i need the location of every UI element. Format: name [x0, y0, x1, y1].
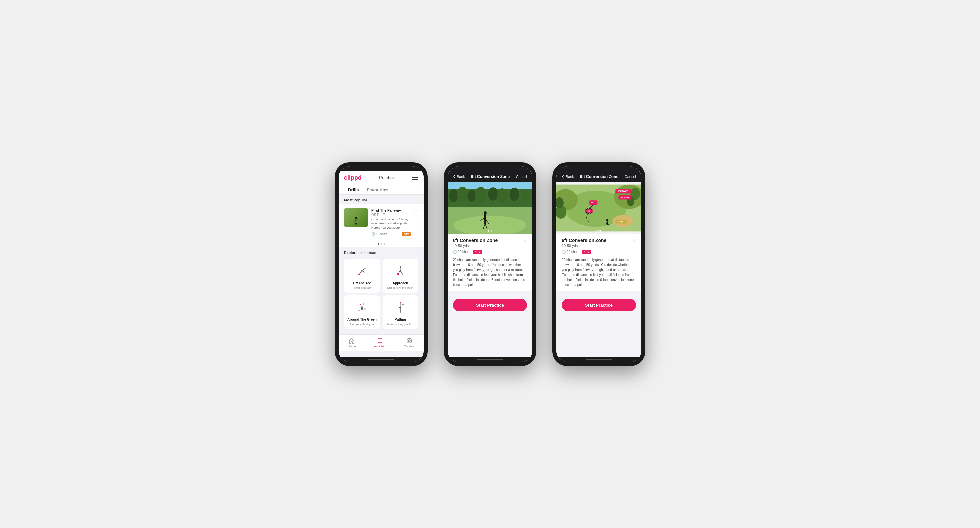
home-indicator-3 — [556, 357, 641, 362]
favourite-star-icon-3[interactable]: ☆ — [632, 238, 636, 243]
svg-point-17 — [398, 273, 399, 274]
logo: clippd — [344, 174, 362, 181]
drill-distance-2: 10-50 yds — [453, 244, 498, 248]
nav-capture-label: Capture — [404, 345, 415, 348]
svg-point-19 — [400, 266, 401, 268]
spacer-3 — [556, 291, 641, 295]
dot-1 — [377, 243, 379, 245]
skill-card-ott[interactable]: Off The Tee Power accuracy — [344, 259, 380, 293]
skill-card-atg[interactable]: Around The Green Hone your short game — [344, 295, 380, 329]
svg-line-4 — [355, 222, 356, 225]
nav-title: Practice — [379, 175, 395, 180]
detail-top-bar-2: Back 6ft Conversion Zone Cancel — [447, 171, 533, 182]
svg-point-40 — [408, 340, 410, 342]
detail-top-bar-3: Back 6ft Conversion Zone Cancel — [556, 171, 641, 182]
featured-drill-card[interactable]: Find The Fairway Off The Tee Create an i… — [339, 204, 424, 241]
detail-title-bar-2: 6ft Conversion Zone — [471, 174, 509, 179]
skill-desc-putting: Make and lag practice — [388, 323, 414, 326]
image-dots-2 — [488, 230, 492, 232]
tab-favourites[interactable]: Favourites — [363, 185, 393, 194]
cancel-button-3[interactable]: Cancel — [625, 175, 636, 179]
golfer-icon — [353, 217, 359, 226]
svg-point-10 — [358, 274, 360, 275]
chevron-left-icon-3 — [562, 175, 564, 179]
most-popular-label: Most Popular — [339, 195, 424, 204]
shots-info-2: 🕐 20 shots — [453, 250, 471, 254]
golf-course-photo — [447, 182, 533, 234]
svg-point-35 — [402, 304, 404, 305]
drill-description-2: 20 shots are randomly generated at dista… — [453, 257, 527, 287]
svg-point-20 — [361, 307, 363, 310]
drill-image-map: FAIRWAY ROUGH SAND Miss Hit — [556, 182, 641, 234]
detail-title-bar-3: 6ft Conversion Zone — [580, 174, 618, 179]
svg-line-8 — [359, 270, 362, 274]
nav-activities[interactable]: Activities — [374, 337, 386, 348]
drill-shots: 🕐 10 shots — [371, 233, 387, 236]
svg-point-29 — [399, 306, 401, 308]
svg-line-5 — [356, 222, 357, 225]
hamburger-menu[interactable] — [412, 175, 418, 180]
start-practice-button-3[interactable]: Start Practice — [562, 298, 636, 311]
svg-line-12 — [362, 270, 366, 274]
skill-grid: Off The Tee Power accuracy — [339, 259, 424, 334]
drill-title: Find The Fairway — [371, 208, 411, 212]
skill-desc-atg: Hone your short game — [349, 323, 375, 326]
skill-name-putting: Putting — [395, 318, 406, 321]
spacer-2 — [447, 291, 533, 295]
svg-point-18 — [402, 273, 403, 274]
home-indicator-1 — [339, 357, 424, 362]
svg-point-47 — [475, 187, 487, 203]
approach-icon — [391, 262, 409, 280]
status-bar-1 — [339, 166, 424, 171]
skill-card-approach[interactable]: Approach Dial-in to hit the green — [382, 259, 418, 293]
phone-drill-detail-photo: Back 6ft Conversion Zone Cancel — [444, 163, 536, 366]
cancel-button-2[interactable]: Cancel — [516, 175, 527, 179]
nav-home[interactable]: Home — [348, 337, 356, 348]
course-map-svg: FAIRWAY ROUGH SAND Miss Hit — [556, 182, 641, 234]
nav-activities-label: Activities — [374, 345, 386, 348]
detail-content-3: 6ft Conversion Zone 10-50 yds ☆ 🕐 20 sho… — [556, 234, 641, 291]
nav-home-label: Home — [348, 345, 356, 348]
svg-point-0 — [355, 217, 357, 219]
svg-point-31 — [400, 302, 401, 303]
phone-drill-detail-map: Back 6ft Conversion Zone Cancel — [552, 163, 645, 366]
nav-capture[interactable]: Capture — [404, 337, 415, 348]
shots-info-3: 🕐 20 shots — [562, 250, 579, 254]
putting-icon — [391, 298, 409, 316]
home-icon — [348, 337, 355, 344]
back-button-3[interactable]: Back — [562, 175, 574, 179]
svg-point-39 — [407, 338, 412, 343]
detail-meta-2: 🕐 20 shots ARG — [453, 250, 527, 254]
skill-desc-ott: Power accuracy — [353, 286, 372, 289]
drill-description-3: 20 shots are randomly generated at dista… — [562, 257, 636, 287]
chevron-left-icon-2 — [453, 175, 455, 179]
svg-point-48 — [488, 187, 498, 201]
start-practice-button-2[interactable]: Start Practice — [453, 298, 527, 311]
img-dot-2 — [491, 230, 492, 232]
skill-card-putting[interactable]: Putting Make and lag practice — [382, 295, 418, 329]
explore-label: Explore skill areas — [344, 251, 418, 257]
svg-point-24 — [363, 303, 364, 305]
top-bar-1: clippd Practice — [339, 171, 424, 185]
tab-drills[interactable]: Drills — [344, 185, 363, 194]
ott-icon — [353, 262, 371, 280]
img-dot-3-1 — [597, 230, 598, 232]
dot-3 — [383, 243, 385, 245]
phone-drills-list: clippd Practice Drills Favourites — [335, 163, 428, 366]
home-indicator-2 — [447, 357, 533, 362]
drill-tag-3: ARG — [582, 250, 591, 254]
svg-point-23 — [360, 304, 361, 305]
drill-detail-title-2: 6ft Conversion Zone — [453, 238, 498, 243]
image-dots-3 — [597, 230, 601, 232]
svg-rect-36 — [378, 339, 382, 343]
favourite-star-icon[interactable]: ☆ — [414, 208, 418, 213]
back-button-2[interactable]: Back — [453, 175, 465, 179]
drill-detail-title-3: 6ft Conversion Zone — [562, 238, 606, 243]
svg-point-44 — [449, 189, 458, 202]
svg-text:FAIRWAY: FAIRWAY — [618, 190, 628, 192]
svg-point-49 — [496, 188, 508, 203]
favourite-star-icon-2[interactable]: ☆ — [523, 238, 527, 243]
clock-icon: 🕐 — [371, 233, 375, 236]
drill-thumbnail — [344, 208, 368, 227]
skill-name-approach: Approach — [393, 281, 408, 285]
